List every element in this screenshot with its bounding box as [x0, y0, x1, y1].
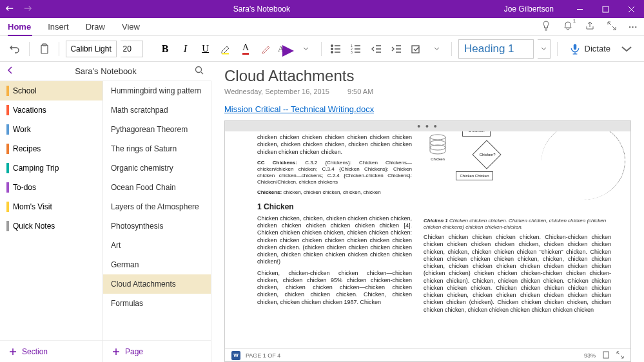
page-item[interactable]: Formulas [103, 294, 211, 313]
bullets-button[interactable] [328, 41, 344, 57]
preview-heading: 1 Chicken [257, 202, 412, 211]
fullscreen-icon[interactable] [607, 21, 617, 33]
expand-icon[interactable] [616, 351, 624, 360]
more-icon[interactable]: ··· [629, 22, 638, 32]
back-button[interactable] [5, 4, 14, 15]
svg-rect-11 [573, 44, 576, 50]
minimize-button[interactable] [567, 0, 592, 18]
style-chevron[interactable] [538, 39, 550, 59]
page-content: Cloud Attachments Wednesday, September 1… [211, 62, 644, 362]
svg-rect-0 [603, 6, 609, 12]
page-item[interactable]: Photosynthesis [103, 216, 211, 236]
window-title: Sara's Notebook [32, 5, 491, 14]
section-item[interactable]: Work [0, 120, 102, 139]
preview-handle[interactable]: • • • [225, 121, 630, 131]
page-indicator: PAGE 1 OF 4 [246, 352, 280, 359]
page-item[interactable]: German [103, 255, 211, 274]
outdent-button[interactable] [368, 41, 384, 57]
svg-rect-10 [412, 46, 419, 53]
svg-rect-16 [603, 352, 609, 358]
font-color-button[interactable]: A [237, 41, 253, 57]
body: Sara's Notebook SchoolVacationsWorkRecip… [0, 62, 644, 362]
lightbulb-icon[interactable] [541, 21, 551, 33]
dictate-label: Dictate [585, 44, 610, 53]
svg-point-6 [331, 51, 333, 53]
toolbar: Calibri Light 20 B I U A A 123 Heading 1… [0, 36, 644, 62]
preview-text: chicken chicken chicken chicken chicken … [257, 134, 412, 156]
svg-point-4 [331, 44, 333, 46]
page-item[interactable]: The rings of Saturn [103, 139, 211, 158]
share-icon[interactable] [585, 21, 595, 33]
clear-format-button[interactable] [258, 41, 274, 57]
section-item[interactable]: To-dos [0, 178, 102, 197]
page-item[interactable]: Math scratchpad [103, 100, 211, 120]
highlight-button[interactable] [217, 41, 233, 57]
tab-draw[interactable]: Draw [86, 22, 105, 32]
page-item[interactable]: Cloud Attachments [103, 274, 211, 294]
add-page-label: Page [125, 347, 143, 356]
svg-point-5 [331, 48, 333, 50]
word-icon: W [231, 351, 240, 360]
preview-footer: W PAGE 1 OF 4 93% [225, 348, 630, 361]
bold-button[interactable]: B [157, 41, 173, 57]
font-more-chevron[interactable] [298, 41, 314, 57]
attachment-link[interactable]: Mission Critical -- Technical Writing.do… [224, 104, 631, 114]
svg-text:3: 3 [351, 50, 353, 54]
section-item[interactable]: Quick Notes [0, 216, 102, 236]
svg-point-13 [430, 135, 445, 140]
tab-view[interactable]: View [122, 22, 140, 32]
notebook-header: Sara's Notebook [0, 62, 211, 81]
notebook-name: Sara's Notebook [75, 66, 137, 76]
close-button[interactable] [618, 0, 644, 18]
page-item[interactable]: Art [103, 236, 211, 255]
maximize-button[interactable] [592, 0, 618, 18]
add-section-label: Section [22, 347, 48, 356]
dictate-button[interactable]: Dictate [564, 43, 638, 55]
section-item[interactable]: School [0, 81, 102, 100]
style-combo[interactable]: Heading 1 [458, 39, 534, 59]
page-view-icon[interactable] [602, 351, 610, 360]
font-name-combo[interactable]: Calibri Light [66, 41, 116, 57]
underline-button[interactable]: U [197, 41, 213, 57]
italic-button[interactable]: I [177, 41, 193, 57]
section-item[interactable]: Recipes [0, 139, 102, 158]
svg-rect-1 [41, 45, 48, 53]
page-date: Wednesday, September 16, 2015 [224, 88, 329, 95]
page-item[interactable]: Organic chemistry [103, 158, 211, 178]
user-name[interactable]: Joe Gilbertson [491, 5, 567, 14]
add-page-button[interactable]: Page [103, 340, 211, 362]
page-item[interactable]: Pythagorean Theorem [103, 120, 211, 139]
svg-point-12 [196, 67, 202, 73]
undo-button[interactable] [6, 41, 23, 57]
tab-insert[interactable]: Insert [48, 22, 69, 32]
section-item[interactable]: Camping Trip [0, 158, 102, 178]
add-section-button[interactable]: Section [0, 340, 102, 362]
search-button[interactable] [195, 66, 204, 77]
diagram: Chicken Chicken Chicken? Chicken Chicken [424, 134, 611, 182]
clipboard-button[interactable] [36, 41, 52, 57]
svg-rect-3 [222, 53, 229, 55]
page-item[interactable]: Layers of the Atmosphere [103, 197, 211, 216]
page-time: 9:50 AM [347, 88, 373, 95]
document-preview: • • • chicken chicken chicken chicken ch… [224, 120, 631, 362]
page-item[interactable]: Hummingbird wing pattern [103, 81, 211, 100]
forward-button[interactable] [23, 4, 32, 15]
para-more-chevron[interactable] [429, 41, 445, 57]
ribbon-tabs: Home Insert Draw View 1 ··· [0, 18, 644, 36]
font-size-combo[interactable]: 20 [121, 41, 143, 57]
sections-panel: SchoolVacationsWorkRecipesCamping TripTo… [0, 81, 103, 362]
section-item[interactable]: Vacations [0, 100, 102, 120]
indent-button[interactable] [388, 41, 404, 57]
page-item[interactable]: Ocean Food Chain [103, 178, 211, 197]
numbering-button[interactable]: 123 [348, 41, 364, 57]
format-painter-button[interactable]: A [278, 41, 294, 57]
pages-panel: Hummingbird wing patternMath scratchpadP… [103, 81, 211, 362]
bell-icon[interactable]: 1 [563, 21, 573, 33]
section-item[interactable]: Mom's Visit [0, 197, 102, 216]
titlebar: Sara's Notebook Joe Gilbertson [0, 0, 644, 18]
notebook-back-button[interactable] [6, 66, 14, 76]
page-title[interactable]: Cloud Attachments [224, 67, 631, 85]
checklist-button[interactable] [409, 41, 425, 57]
tab-home[interactable]: Home [8, 22, 31, 32]
zoom-level: 93% [584, 352, 596, 359]
